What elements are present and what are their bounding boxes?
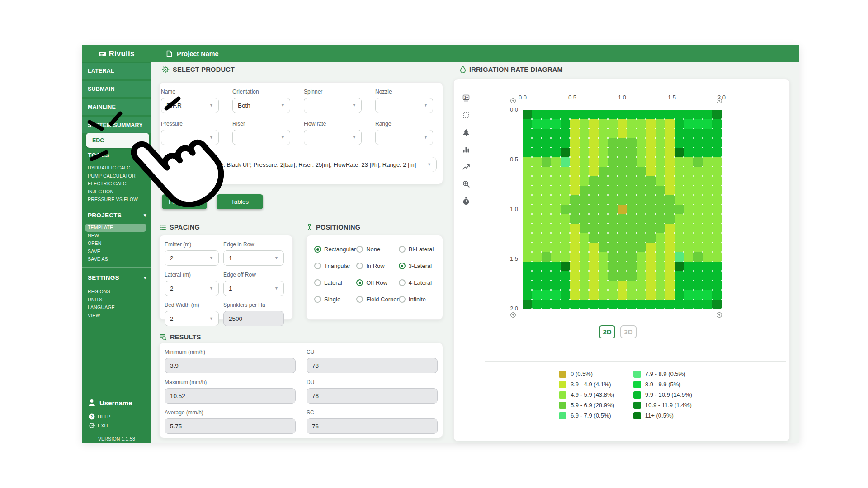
spacing-lateral-m-select[interactable]: 2▼	[165, 281, 219, 296]
radio-bi-lateral[interactable]: Bi-Lateral	[399, 246, 441, 253]
heatmap-grid[interactable]	[523, 110, 722, 309]
sidebar-item-system-summary[interactable]: SYSTEM SUMMARY	[82, 117, 151, 133]
file-icon	[165, 50, 173, 58]
legend-item: 8.9 - 9.9 (5%)	[633, 379, 692, 389]
selection-icon[interactable]	[462, 111, 470, 119]
results-maximum-mm-h-label: Maximum (mm/h)	[165, 379, 296, 385]
spacing-bed-width-m-select[interactable]: 2▼	[165, 311, 219, 326]
results-title: RESULTS	[170, 333, 201, 341]
results-average-mm-h-label: Average (mm/h)	[165, 409, 296, 416]
timer-icon[interactable]	[462, 197, 470, 205]
list-icon	[159, 224, 166, 231]
radio-label: Lateral	[324, 279, 342, 286]
sidebar-item-save-as[interactable]: SAVE AS	[88, 255, 149, 263]
project-name: Project Name	[177, 50, 219, 57]
radio-in-row[interactable]: In Row	[356, 263, 399, 269]
chevron-down-icon: ▼	[274, 286, 278, 291]
radio-circle-icon	[399, 246, 406, 253]
radio-circle-icon	[356, 246, 363, 253]
product-nozzle-select[interactable]: –▼	[375, 98, 433, 113]
spacing-lateral-m-label: Lateral (m)	[165, 272, 219, 278]
radio-field-corner[interactable]: Field Corner	[356, 296, 399, 303]
sidebar-item-mainline[interactable]: MAINLINE	[82, 99, 151, 115]
results-minimum-mm-h-value: 3.9	[165, 358, 296, 373]
radio-single[interactable]: Single	[314, 296, 356, 303]
product-flow-rate-select[interactable]: –▼	[304, 130, 362, 145]
radio-infinite[interactable]: Infinite	[399, 296, 441, 303]
sidebar-divider	[82, 267, 151, 268]
product-summary-select[interactable]: Spinner: Gray, Nozzle: Black UP, Pressur…	[161, 157, 437, 172]
sidebar-item-language[interactable]: LANGUAGE	[88, 304, 149, 312]
zoom-in-icon[interactable]	[462, 180, 470, 188]
sidebar-item-save[interactable]: SAVE	[88, 248, 149, 256]
legend-label: 3.9 - 4.9 (4.1%)	[571, 381, 611, 388]
sidebar-item-template[interactable]: TEMPLATE	[85, 224, 146, 232]
bar-chart-icon[interactable]	[462, 145, 470, 154]
sidebar-item-injection[interactable]: INJECTION	[88, 188, 149, 196]
user-menu[interactable]: Username	[88, 399, 132, 407]
radio-3-lateral[interactable]: 3-Lateral	[399, 263, 441, 269]
views-icon[interactable]: 3+	[462, 94, 470, 102]
sprinkler-icon	[510, 312, 516, 318]
tools-header-label: TOOLS	[88, 152, 109, 159]
product-spinner-select[interactable]: –▼	[304, 98, 362, 113]
sidebar-item-open[interactable]: OPEN	[88, 239, 149, 248]
sidebar-item-regions[interactable]: REGIONS	[88, 288, 149, 296]
sidebar-item-pressure-vs-flow[interactable]: PRESSURE VS FLOW	[88, 196, 149, 204]
product-range-label: Range	[375, 121, 433, 127]
help-button[interactable]: ? HELP	[89, 413, 111, 420]
radio-circle-icon	[356, 279, 363, 286]
sidebar-item-edc[interactable]: EDC	[86, 133, 149, 148]
sidebar-item-new[interactable]: NEW	[88, 232, 149, 240]
legend-swatch	[633, 391, 641, 399]
product-riser-select[interactable]: –▼	[232, 130, 290, 145]
chevron-down-icon: ▼	[424, 135, 428, 140]
view-3d-button[interactable]: 3D	[620, 325, 637, 338]
sidebar-item-hydraulic-calc[interactable]: HYDRAULIC CALC	[88, 164, 149, 172]
sidebar-item-lateral[interactable]: LATERAL	[82, 63, 151, 79]
settings-header-label: SETTINGS	[88, 274, 119, 281]
sidebar-item-submain[interactable]: SUBMAIN	[82, 81, 151, 97]
radio-circle-icon	[314, 279, 321, 286]
sidebar-item-units[interactable]: UNITS	[88, 296, 149, 304]
sidebar-item-view[interactable]: VIEW	[88, 312, 149, 320]
radio-4-lateral[interactable]: 4-Lateral	[399, 279, 441, 286]
product-pressure-select[interactable]: –▼	[161, 130, 219, 145]
sidebar-divider	[82, 206, 151, 206]
radio-none[interactable]: None	[356, 246, 399, 253]
product-range-select[interactable]: –▼	[375, 130, 433, 145]
sidebar-item-electric-calc[interactable]: ELECTRIC CALC	[88, 180, 149, 188]
spacing-emitter-m-select[interactable]: 2▼	[165, 250, 219, 266]
radio-lateral[interactable]: Lateral	[314, 279, 356, 286]
spacing-sprinklers-per-ha-label: Sprinklers per Ha	[223, 302, 284, 308]
tables-button[interactable]: Tables	[217, 194, 263, 209]
radio-off-row[interactable]: Off Row	[356, 279, 399, 286]
product-fields: NameR.F.R▼OrientationBoth▼Spinner–▼Nozzl…	[161, 89, 437, 145]
exit-button[interactable]: EXIT	[89, 422, 109, 429]
legend-swatch	[559, 381, 566, 388]
sidebar-item-pump-calculator[interactable]: PUMP CALCULATOR	[88, 172, 149, 180]
sidebar-projects-header[interactable]: PROJECTS ▾	[88, 212, 122, 219]
trend-icon[interactable]	[462, 163, 470, 171]
spacing-edge-off-row-select[interactable]: 1▼	[223, 281, 284, 296]
view-2d-button[interactable]: 2D	[599, 325, 615, 338]
radio-triangular[interactable]: Triangular	[314, 263, 356, 269]
y-tick-label: 2.0	[498, 305, 518, 312]
spacing-edge-in-row-select[interactable]: 1▼	[223, 250, 284, 266]
sidebar-settings-header[interactable]: SETTINGS ▾	[88, 274, 119, 281]
search-list-icon	[159, 333, 167, 341]
product-pressure-field: Pressure–▼	[161, 121, 219, 145]
radio-rectangular[interactable]: Rectangular	[314, 246, 356, 253]
product-name-label: Name	[161, 89, 219, 95]
tree-icon[interactable]	[462, 128, 470, 136]
product-name-select[interactable]: R.F.R▼	[161, 98, 219, 113]
y-axis-ticks: 0.00.51.01.52.0	[497, 110, 518, 309]
diagram-title: IRRIGATION RATE DIAGRAM	[469, 66, 563, 73]
chevron-down-icon: ▼	[209, 103, 213, 108]
results-header: RESULTS	[159, 333, 201, 341]
sidebar: LATERALSUBMAINMAINLINESYSTEM SUMMARY EDC…	[82, 62, 151, 443]
sidebar-tools-list: HYDRAULIC CALCPUMP CALCULATORELECTRIC CA…	[88, 164, 149, 204]
product-orientation-select[interactable]: Both▼	[232, 98, 290, 113]
chevron-down-icon: ▼	[209, 256, 213, 260]
flow-graph-button[interactable]: Flow Graph	[162, 194, 207, 209]
